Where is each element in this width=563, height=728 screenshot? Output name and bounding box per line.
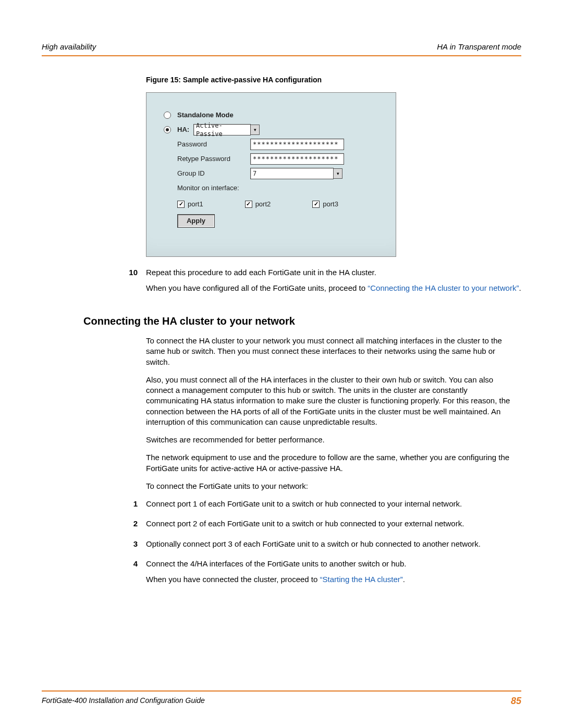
- step-number-4: 4: [106, 559, 138, 590]
- footer-rule: [42, 690, 521, 692]
- checkbox-port3[interactable]: [312, 201, 320, 208]
- apply-button[interactable]: Apply: [177, 214, 215, 228]
- radio-ha[interactable]: [164, 126, 171, 133]
- xref-starting-ha[interactable]: “Starting the HA cluster”: [320, 575, 403, 584]
- running-head-left: High availability: [42, 42, 96, 52]
- group-id-select[interactable]: 7: [250, 168, 334, 179]
- step10-line1: Repeat this procedure to add each FortiG…: [146, 267, 521, 278]
- ha-config-figure: Standalone Mode HA: Active-Passive ▾ Pas…: [146, 92, 396, 257]
- ha-label: HA:: [177, 125, 189, 134]
- step-2-text: Connect port 2 of each FortiGate unit to…: [146, 519, 521, 529]
- header-rule: [42, 55, 521, 56]
- step10-line2-post: .: [519, 283, 521, 292]
- chevron-down-icon[interactable]: ▾: [333, 168, 342, 179]
- running-head-right: HA in Transparent mode: [437, 42, 521, 52]
- xref-connecting-ha[interactable]: “Connecting the HA cluster to your netwo…: [368, 283, 519, 292]
- section-p5: To connect the FortiGate units to your n…: [146, 481, 521, 491]
- section-p3: Switches are recommended for better perf…: [146, 435, 521, 445]
- step10-line2: When you have configured all of the Fort…: [146, 283, 521, 293]
- step-4-followup: When you have connected the cluster, pro…: [146, 574, 521, 585]
- section-heading-connecting: Connecting the HA cluster to your networ…: [83, 314, 521, 328]
- retype-password-label: Retype Password: [177, 154, 250, 164]
- footer-guide-title: FortiGate-400 Installation and Configura…: [42, 696, 205, 706]
- page-number: 85: [511, 695, 521, 707]
- retype-password-field[interactable]: ********************: [250, 153, 344, 165]
- password-label: Password: [177, 140, 250, 149]
- section-p2: Also, you must connect all of the HA int…: [146, 375, 521, 427]
- step10-line2-pre: When you have configured all of the Fort…: [146, 283, 368, 292]
- standalone-mode-label: Standalone Mode: [177, 110, 234, 120]
- step-3-text: Optionally connect port 3 of each FortiG…: [146, 539, 521, 549]
- step-number-10: 10: [106, 267, 138, 299]
- port1-label: port1: [188, 200, 203, 209]
- step-1-text: Connect port 1 of each FortiGate unit to…: [146, 499, 521, 509]
- port3-label: port3: [323, 200, 338, 209]
- section-p1: To connect the HA cluster to your networ…: [146, 336, 521, 367]
- step-number-3: 3: [106, 539, 138, 554]
- radio-standalone[interactable]: [164, 112, 171, 119]
- step-number-2: 2: [106, 519, 138, 534]
- step4-followup-post: .: [403, 575, 405, 584]
- group-id-label: Group ID: [177, 169, 250, 178]
- step4-followup-pre: When you have connected the cluster, pro…: [146, 575, 320, 584]
- figure-caption: Figure 15: Sample active-passive HA conf…: [146, 75, 521, 85]
- ha-mode-select[interactable]: Active-Passive: [193, 124, 251, 135]
- chevron-down-icon[interactable]: ▾: [250, 125, 260, 135]
- password-field[interactable]: ********************: [250, 139, 344, 150]
- checkbox-port1[interactable]: [177, 201, 185, 208]
- section-p4: The network equipment to use and the pro…: [146, 452, 521, 474]
- step-4-text: Connect the 4/HA interfaces of the Forti…: [146, 559, 521, 569]
- port2-label: port2: [255, 200, 271, 209]
- checkbox-port2[interactable]: [245, 201, 252, 208]
- step-number-1: 1: [106, 499, 138, 514]
- monitor-interface-label: Monitor on interface:: [177, 183, 239, 193]
